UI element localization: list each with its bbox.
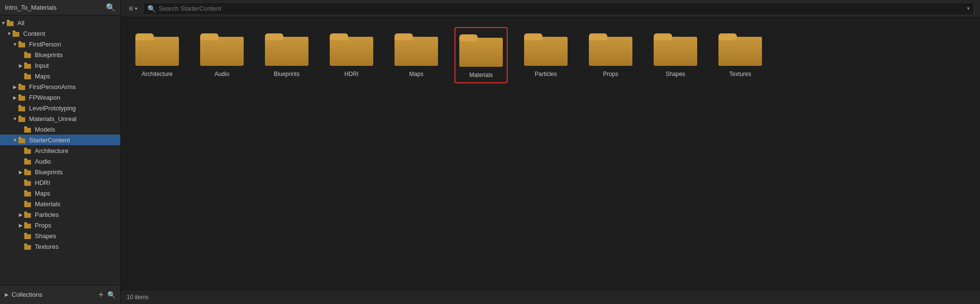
- tree-label: Shapes: [35, 232, 56, 240]
- tree-arrow: ▶: [17, 63, 24, 68]
- tree-arrow: ▶: [17, 212, 24, 217]
- folder-label: Props: [603, 71, 618, 77]
- collections-add-button[interactable]: +: [98, 290, 103, 299]
- tree-arrow: ▶: [12, 95, 18, 100]
- filter-button[interactable]: ≡ ▾: [127, 3, 139, 14]
- search-dropdown-icon[interactable]: ▾: [967, 5, 970, 12]
- folder-item-particles[interactable]: Particles: [519, 27, 572, 83]
- item-count: 10 items: [127, 294, 148, 301]
- collections-arrow: ▶: [5, 292, 9, 297]
- tree-item-particles[interactable]: ▶ Particles: [0, 209, 120, 220]
- folder-icon: [24, 62, 33, 69]
- folder-item-shapes[interactable]: Shapes: [649, 27, 702, 83]
- tree-item-firstpersonarms[interactable]: ▶ FirstPersonArms: [0, 81, 120, 92]
- left-panel-search-icon[interactable]: 🔍: [106, 3, 116, 12]
- folder-icon: [7, 19, 15, 26]
- folder-label: Maps: [409, 71, 423, 77]
- tree-arrow: ▼: [0, 20, 7, 26]
- tree-item-blueprints[interactable]: Blueprints: [0, 49, 120, 60]
- folder-icon: [24, 211, 33, 218]
- collections-search-button[interactable]: 🔍: [107, 291, 116, 299]
- tree-label: Textures: [35, 243, 59, 250]
- folder-icon: [18, 41, 27, 47]
- tree-label: Models: [35, 126, 55, 133]
- folder-icon-large: [135, 31, 179, 66]
- tree-item-maps[interactable]: Maps: [0, 71, 120, 81]
- folder-icon: [18, 137, 27, 143]
- collections-label-group[interactable]: ▶ Collections: [5, 291, 43, 298]
- tree-item-models[interactable]: Models: [0, 124, 120, 135]
- left-panel-header: Intro_To_Materials 🔍: [0, 0, 120, 15]
- tree-item-content[interactable]: ▼ Content: [0, 28, 120, 39]
- folder-label: Particles: [535, 71, 557, 77]
- search-bar: 🔍 ▾: [143, 2, 974, 15]
- folder-icon: [24, 158, 33, 165]
- tree-label: Materials: [35, 200, 60, 208]
- tree-scroll-wrapper: ▼ All ▼ Content ▼ FirstPerson Blueprints…: [0, 15, 120, 285]
- folder-label: HDRI: [344, 71, 358, 77]
- tree-item-all[interactable]: ▼ All: [0, 17, 120, 28]
- tree-item-hdri[interactable]: HDRI: [0, 177, 120, 188]
- collections-label: Collections: [12, 291, 43, 298]
- folder-icon: [18, 105, 27, 111]
- folder-label: Shapes: [666, 71, 686, 77]
- folder-icon: [24, 232, 33, 239]
- filter-arrow-icon: ▾: [135, 6, 137, 11]
- folder-icon-large: [524, 31, 568, 66]
- tree-label: Maps: [35, 190, 50, 197]
- folder-icon-large: [718, 31, 762, 66]
- folder-item-props[interactable]: Props: [584, 27, 637, 83]
- tree-item-firstperson[interactable]: ▼ FirstPerson: [0, 39, 120, 49]
- tree-label: HDRI: [35, 179, 50, 186]
- left-panel: Intro_To_Materials 🔍 ▼ All ▼ Content ▼ F…: [0, 0, 121, 304]
- tree-item-levelprototyping[interactable]: LevelPrototyping: [0, 103, 120, 113]
- folder-label: Blueprints: [274, 71, 299, 77]
- tree-item-input[interactable]: ▶ Input: [0, 60, 120, 71]
- tree-item-audio[interactable]: Audio: [0, 156, 120, 167]
- tree-label: LevelPrototyping: [29, 105, 76, 112]
- tree-item-architecture[interactable]: Architecture: [0, 145, 120, 156]
- tree-label: Materials_Unreal: [29, 115, 76, 122]
- tree-label: Particles: [35, 211, 59, 218]
- folder-item-blueprints[interactable]: Blueprints: [260, 27, 313, 83]
- tree-item-maps2[interactable]: Maps: [0, 188, 120, 198]
- folder-item-materials[interactable]: Materials: [454, 27, 508, 83]
- folder-icon-large: [395, 31, 438, 66]
- folder-item-audio[interactable]: Audio: [195, 27, 249, 83]
- tree-label: Props: [35, 222, 51, 229]
- folder-item-hdri[interactable]: HDRI: [325, 27, 378, 83]
- bottom-bar: 10 items: [121, 289, 980, 304]
- folder-item-textures[interactable]: Textures: [714, 27, 767, 83]
- tree-item-fpweapon[interactable]: ▶ FPWeapon: [0, 92, 120, 103]
- tree-item-shapes[interactable]: Shapes: [0, 230, 120, 241]
- folder-label: Architecture: [142, 71, 173, 77]
- tree-label: FirstPersonArms: [29, 83, 76, 91]
- collections-footer: ▶ Collections + 🔍: [0, 285, 120, 304]
- tree-arrow: ▼: [6, 31, 13, 36]
- folder-icon: [24, 51, 33, 58]
- folder-icon: [24, 73, 33, 79]
- search-input[interactable]: [159, 5, 964, 12]
- folder-icon-large: [200, 31, 244, 66]
- tree-label: Audio: [35, 158, 51, 165]
- folder-label: Textures: [729, 71, 751, 77]
- tree-item-startercontent[interactable]: ▼ StarterContent: [0, 135, 120, 145]
- tree-item-materials[interactable]: Materials: [0, 198, 120, 209]
- folder-item-maps[interactable]: Maps: [390, 27, 443, 83]
- tree-item-materials_unreal[interactable]: ▼ Materials_Unreal: [0, 113, 120, 124]
- folder-icon: [24, 190, 33, 197]
- tree-item-blueprints2[interactable]: ▶ Blueprints: [0, 167, 120, 177]
- tree-arrow: ▶: [17, 169, 24, 175]
- folder-label: Materials: [469, 72, 493, 78]
- collections-actions: + 🔍: [98, 290, 116, 299]
- tree-item-props[interactable]: ▶ Props: [0, 220, 120, 230]
- tree-container: ▼ All ▼ Content ▼ FirstPerson Blueprints…: [0, 15, 120, 285]
- folder-item-architecture[interactable]: Architecture: [131, 27, 184, 83]
- folder-icon: [24, 126, 33, 133]
- folder-icon: [24, 147, 33, 154]
- tree-label: Architecture: [35, 147, 68, 154]
- folder-label: Audio: [215, 71, 230, 77]
- right-panel: ≡ ▾ 🔍 ▾ Architecture Audio Blueprints HD…: [121, 0, 980, 304]
- tree-label: Blueprints: [35, 168, 63, 176]
- tree-item-textures[interactable]: Textures: [0, 241, 120, 252]
